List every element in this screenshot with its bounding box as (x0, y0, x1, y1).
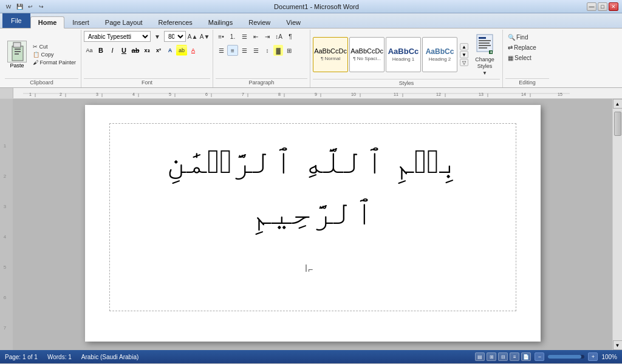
increase-font-icon[interactable]: A▲ (187, 31, 198, 42)
svg-text:10: 10 (351, 92, 356, 96)
svg-text:15: 15 (558, 92, 562, 96)
superscript-button[interactable]: x² (153, 45, 164, 56)
subscript-button[interactable]: x₂ (142, 45, 152, 56)
shading-button[interactable]: ▓ (273, 45, 283, 56)
multilevel-button[interactable]: ☰ (239, 31, 250, 42)
change-styles-button[interactable]: ChangeStyles ▼ (470, 31, 500, 79)
find-button[interactable]: 🔍 Find (505, 33, 530, 41)
borders-button[interactable]: ⊞ (284, 45, 295, 56)
paragraph-label: Paragraph (216, 78, 307, 86)
bold-button[interactable]: B (95, 45, 106, 56)
document-area[interactable]: بِسۡمِ ٱللَّهِ ٱلرَّحۡمَٰنِ ٱلرَّحِيمِ I… (13, 99, 612, 350)
format-painter-button[interactable]: 🖌 Format Painter (30, 59, 78, 66)
styles-scroll-down-button[interactable]: ▼ (460, 51, 468, 58)
language-indicator[interactable]: Arabic (Saudi Arabia) (81, 354, 139, 360)
ruler: // Generated inline via template 1 2 3 4… (0, 88, 622, 99)
copy-button[interactable]: 📋 Copy (30, 51, 78, 58)
text-highlight-button[interactable]: ab (176, 45, 187, 56)
tab-mailings[interactable]: Mailings (200, 16, 241, 28)
show-hide-button[interactable]: ¶ (285, 31, 296, 42)
select-button[interactable]: ▦ Select (505, 54, 534, 62)
outline-view-button[interactable]: ≡ (510, 352, 519, 361)
word-app-icon: W (4, 2, 13, 11)
scroll-thumb[interactable] (614, 112, 621, 136)
save-icon[interactable]: 💾 (15, 2, 24, 11)
numbering-button[interactable]: 1. (227, 31, 238, 42)
style-no-spacing-sample: AaBbCcDc (350, 48, 383, 55)
bullets-button[interactable]: ≡• (216, 31, 227, 42)
strikethrough-button[interactable]: ab (130, 45, 141, 56)
maximize-button[interactable]: □ (598, 2, 607, 11)
tab-references[interactable]: References (151, 16, 200, 28)
text-box[interactable]: بِسۡمِ ٱللَّهِ ٱلرَّحۡمَٰنِ ٱلرَّحِيمِ I… (109, 123, 516, 311)
svg-rect-6 (479, 37, 486, 39)
tab-file[interactable]: File (2, 13, 30, 28)
replace-button[interactable]: ⇄ Replace (505, 44, 539, 52)
tab-home[interactable]: Home (30, 16, 65, 29)
align-left-button[interactable]: ☰ (216, 45, 227, 56)
tab-view[interactable]: View (278, 16, 309, 28)
text-effect-button[interactable]: A (165, 45, 176, 56)
select-label: Select (514, 55, 531, 61)
main-area: 1 2 3 4 5 6 7 بِسۡمِ ٱللَّهِ ٱلرَّحۡمَٰن… (0, 99, 622, 350)
style-heading1-card[interactable]: AaBbCc Heading 1 (386, 37, 421, 72)
styles-expand-button[interactable]: ▽ (460, 59, 468, 66)
style-normal-card[interactable]: AaBbCcDc ¶ Normal (313, 37, 348, 72)
undo-icon[interactable]: ↩ (26, 2, 35, 11)
svg-text:9: 9 (315, 92, 317, 96)
close-button[interactable]: ✕ (609, 2, 618, 11)
italic-button[interactable]: I (107, 45, 118, 56)
replace-label: Replace (514, 44, 536, 51)
font-color-button[interactable]: A (188, 45, 199, 56)
svg-rect-9 (479, 45, 491, 46)
paragraph-content: ≡• 1. ☰ ⇤ ⇥ ↕A ¶ ☰ ≡ ☰ ☰ ↕ ▓ ⊞ (216, 31, 307, 78)
font-name-select[interactable]: Arabic Typesetti (84, 31, 151, 42)
web-layout-view-button[interactable]: ⊟ (498, 352, 508, 361)
draft-view-button[interactable]: 📄 (521, 352, 531, 361)
scroll-up-button[interactable]: ▲ (613, 99, 623, 109)
styles-label: Styles (313, 79, 500, 87)
scroll-track[interactable] (613, 109, 623, 340)
ruler-marks: // Generated inline via template 1 2 3 4… (18, 89, 570, 98)
svg-text:1: 1 (4, 143, 7, 149)
underline-button[interactable]: U (118, 45, 129, 56)
svg-text:11: 11 (394, 92, 398, 96)
style-normal-name: ¶ Normal (321, 56, 340, 61)
decrease-font-icon[interactable]: A▼ (199, 31, 210, 42)
style-no-spacing-card[interactable]: AaBbCcDc ¶ No Spaci... (349, 37, 384, 72)
svg-text:7: 7 (242, 92, 244, 96)
font-size-select[interactable]: 80 (164, 31, 186, 42)
status-bar: Page: 1 of 1 Words: 1 Arabic (Saudi Arab… (0, 350, 622, 363)
document-page[interactable]: بِسۡمِ ٱللَّهِ ٱلرَّحۡمَٰنِ ٱلرَّحِيمِ I… (85, 105, 541, 342)
line-spacing-button[interactable]: ↕ (262, 45, 273, 56)
full-screen-view-button[interactable]: ⊞ (487, 352, 496, 361)
zoom-in-button[interactable]: + (588, 352, 598, 361)
tab-review[interactable]: Review (241, 16, 278, 28)
svg-text:7: 7 (4, 325, 7, 331)
change-styles-dropdown-icon[interactable]: ▼ (482, 70, 488, 76)
cut-button[interactable]: ✂ Cut (30, 43, 78, 50)
zoom-out-button[interactable]: − (535, 352, 544, 361)
print-layout-view-button[interactable]: ▤ (475, 352, 485, 361)
sort-button[interactable]: ↕A (273, 31, 284, 42)
minimize-button[interactable]: — (587, 2, 596, 11)
redo-icon[interactable]: ↪ (36, 2, 46, 11)
zoom-slider[interactable] (548, 355, 584, 359)
justify-button[interactable]: ☰ (250, 45, 261, 56)
styles-scroll-up-button[interactable]: ▲ (460, 43, 468, 50)
increase-indent-button[interactable]: ⇥ (262, 31, 273, 42)
clear-format-button[interactable]: Aa (84, 45, 95, 56)
decrease-indent-button[interactable]: ⇤ (250, 31, 261, 42)
style-heading2-card[interactable]: AaBbCc Heading 2 (422, 37, 457, 72)
zoom-level[interactable]: 100% (601, 354, 617, 360)
align-right-button[interactable]: ☰ (239, 45, 250, 56)
select-icon: ▦ (508, 55, 513, 61)
tab-page-layout[interactable]: Page Layout (97, 16, 151, 28)
paste-button[interactable]: Paste (5, 39, 29, 70)
styles-scroll-buttons: ▲ ▼ ▽ (460, 43, 468, 66)
font-name-expand-icon[interactable]: ▼ (152, 31, 163, 42)
scroll-down-button[interactable]: ▼ (613, 340, 623, 350)
tab-insert[interactable]: Insert (64, 16, 97, 28)
align-center-button[interactable]: ≡ (227, 45, 238, 56)
style-heading2-sample: AaBbCc (426, 48, 454, 55)
